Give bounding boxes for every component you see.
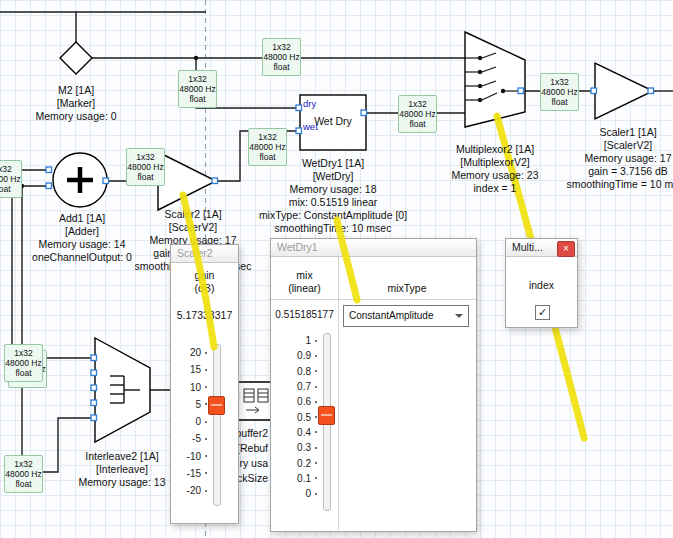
tick-label: 20 xyxy=(190,347,201,358)
gain-unit-label: (dB) xyxy=(171,282,238,294)
signal-format-badge: 1x32 48000 Hz float xyxy=(262,38,301,76)
scaler2-panel-title[interactable]: Scaler2 xyxy=(171,245,238,263)
check-icon: ✓ xyxy=(538,306,547,318)
label-line: Multiplexor2 [1A] xyxy=(420,143,570,156)
tick-label: 0.5 xyxy=(297,412,311,423)
signal-line: 1x32 xyxy=(179,74,216,84)
signal-format-badge: 1x32 48000 Hz float xyxy=(4,455,43,493)
label-line: [ScalerV2] xyxy=(123,221,263,234)
label-line: Memory usage: 17 xyxy=(553,152,673,165)
label-line: smoothingTime = 10 msec xyxy=(553,178,673,191)
signal-line: 48000 Hz xyxy=(249,142,286,152)
mix-slider-handle[interactable] xyxy=(318,406,335,425)
scaler2-panel[interactable]: Scaler2 gain (dB) 5.17333317 20 15 10 5 … xyxy=(170,244,239,524)
gain-param-label: gain xyxy=(171,269,238,281)
signal-line: float xyxy=(263,62,300,72)
interleave-block[interactable] xyxy=(95,338,150,442)
label-line: mixType: ConstantAmplitude [0] xyxy=(248,209,418,222)
signal-format-badge: 1x32 48000 Hz float xyxy=(398,95,437,133)
signal-line: float xyxy=(249,152,286,162)
mix-header-unit: (linear) xyxy=(271,282,338,294)
m2-label: M2 [1A] [Marker] Memory usage: 0 xyxy=(26,84,126,123)
gain-value[interactable]: 5.17333317 xyxy=(171,309,238,321)
tick-label: 0 xyxy=(195,416,201,427)
scaler1-block[interactable] xyxy=(595,63,653,119)
wetdry1-panel-title[interactable]: WetDry1 xyxy=(271,239,476,257)
tick-label: -20 xyxy=(187,485,201,496)
adder-block[interactable] xyxy=(53,153,107,207)
signal-line: 1x32 xyxy=(263,42,300,52)
signal-line: float xyxy=(0,184,21,194)
label-line: Scaler2 [1A] xyxy=(123,208,263,221)
signal-line: 48000 Hz xyxy=(5,469,42,479)
signal-line: 1x32 xyxy=(5,459,42,469)
label-line: Memory usage: 18 xyxy=(248,183,418,196)
signal-line: 1x32 xyxy=(249,132,286,142)
label-line: [ScalerV2] xyxy=(553,139,673,152)
tick-label: 15 xyxy=(190,364,201,375)
tick-label: 0 xyxy=(305,488,311,499)
column-divider xyxy=(338,256,339,530)
tick-label: 1 xyxy=(305,335,311,346)
mix-slider-ticks: 1 0.9 0.8 0.7 0.6 0.5 0.4 0.3 0.2 0.1 0 xyxy=(281,333,317,501)
signal-format-badge: 1x32 48000 Hz float xyxy=(178,70,217,108)
signal-line: float xyxy=(5,368,42,378)
tick-label: 0.3 xyxy=(297,442,311,453)
signal-line: 48000 Hz xyxy=(179,84,216,94)
signal-line: 1x32 xyxy=(0,164,21,174)
gain-slider-track[interactable] xyxy=(213,344,221,506)
close-icon[interactable]: × xyxy=(557,241,575,257)
wetdry1-label: WetDry1 [1A] [WetDry] Memory usage: 18 m… xyxy=(248,157,418,235)
chevron-down-icon xyxy=(455,314,463,322)
signal-line: 48000 Hz xyxy=(5,358,42,368)
tick-label: 10 xyxy=(190,382,201,393)
wetdry-wet-port-label: wet xyxy=(303,121,318,132)
label-line: Memory usage: 23 xyxy=(420,169,570,182)
mixtype-dropdown[interactable]: ConstantAmplitude xyxy=(343,305,469,327)
label-line: Scaler1 [1A] xyxy=(553,126,673,139)
tick-label: 0.4 xyxy=(297,427,311,438)
tick-label: 0.1 xyxy=(297,473,311,484)
signal-line: 48000 Hz xyxy=(399,109,436,119)
scaler2-block[interactable] xyxy=(158,152,216,210)
label-line: Memory usage: 0 xyxy=(26,110,126,123)
signal-line: float xyxy=(5,479,42,489)
tick-label: -5 xyxy=(192,433,201,444)
multiplexor2-panel[interactable]: Multi... × index ✓ xyxy=(505,238,578,328)
tick-label: -15 xyxy=(187,468,201,479)
patch-canvas: 1x32 48000 Hz float 1x32 48000 Hz float … xyxy=(0,0,673,538)
mix-value[interactable]: 0.515185177 xyxy=(271,309,338,321)
label-line: [Marker] xyxy=(26,97,126,110)
tick-label: 0.7 xyxy=(297,381,311,392)
gain-slider-handle[interactable] xyxy=(208,396,225,415)
label-line: smoothingTime: 10 msec xyxy=(248,222,418,235)
signal-line: float xyxy=(179,94,216,104)
marker-block[interactable] xyxy=(60,42,92,74)
multiplexor-block[interactable] xyxy=(465,32,525,127)
signal-line: 1x32 xyxy=(127,152,164,162)
label-line: index = 1 xyxy=(420,182,570,195)
index-header: index xyxy=(506,279,577,291)
tick-label: 0.9 xyxy=(297,350,311,361)
index-checkbox[interactable]: ✓ xyxy=(535,305,550,320)
tick-label: 5 xyxy=(195,399,201,410)
label-line: [MultiplexorV2] xyxy=(420,156,570,169)
tick-label: 0.6 xyxy=(297,396,311,407)
signal-line: 48000 Hz xyxy=(263,52,300,62)
signal-line: 1x32 xyxy=(399,99,436,109)
mixtype-dropdown-value: ConstantAmplitude xyxy=(349,310,434,321)
signal-line: 1x32 xyxy=(5,348,42,358)
wetdry-dry-port-label: dry xyxy=(303,98,316,109)
gain-slider-ticks: 20 15 10 5 0 -5 -10 -15 -20 xyxy=(173,344,207,499)
tick-label: -10 xyxy=(187,451,201,462)
mixtype-header: mixType xyxy=(338,282,476,294)
signal-line: 48000 Hz xyxy=(0,174,21,184)
signal-line: float xyxy=(399,119,436,129)
signal-format-badge: 1x32 48000 Hz float xyxy=(248,128,287,166)
wetdry1-panel[interactable]: WetDry1 mix (linear) mixType 0.515185177… xyxy=(270,238,477,532)
signal-line: 48000 Hz xyxy=(541,87,578,97)
header-divider xyxy=(271,299,476,300)
signal-format-badge: 1x32 48000 Hz float xyxy=(0,160,22,198)
signal-format-badge: 1x32 48000 Hz float xyxy=(540,73,579,111)
tick-label: 0.2 xyxy=(297,458,311,469)
